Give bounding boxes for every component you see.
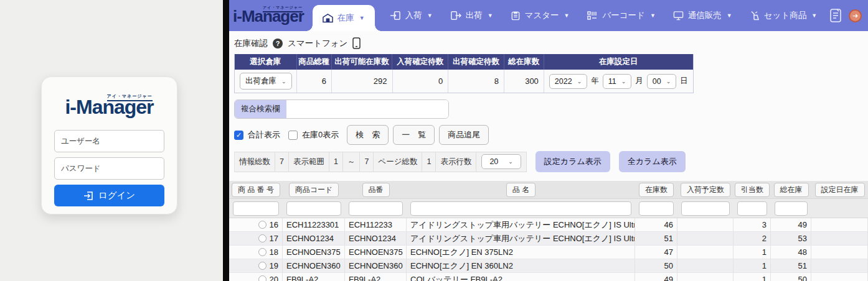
password-field[interactable]	[54, 157, 164, 180]
nav-tab-label: セット商品	[764, 10, 806, 21]
column-filter-input[interactable]	[349, 201, 403, 216]
zero-stock-checkbox[interactable]	[288, 131, 298, 140]
memo-icon[interactable]	[829, 8, 842, 23]
cell-allocated: 1	[734, 259, 771, 272]
row-radio[interactable]	[258, 234, 267, 242]
column-filter-input[interactable]	[737, 201, 767, 216]
column-header-chip[interactable]: 商 品 番 号	[232, 183, 280, 197]
cell-no: 20	[229, 273, 283, 281]
month-select[interactable]: 11 ⌄	[603, 74, 632, 89]
row-radio[interactable]	[258, 248, 267, 256]
column-header-chip[interactable]: 商品コード	[289, 183, 339, 197]
smartphone-icon[interactable]	[352, 37, 361, 49]
nav-tab-2[interactable]: 出荷▼	[441, 0, 502, 31]
compound-search: 複合検索欄	[234, 99, 449, 119]
nav-tab-label: マスター	[525, 10, 559, 21]
clipboard-icon	[511, 11, 521, 21]
column-header-chip[interactable]: 在庫数	[639, 183, 674, 197]
cell-stock: 50	[635, 259, 677, 272]
all-columns-button[interactable]: 全カラム表示	[619, 151, 686, 172]
help-icon[interactable]: ?	[273, 39, 283, 48]
chevron-down-icon: ⌄	[621, 78, 626, 85]
warehouse-select[interactable]: 出荷倉庫 ⌄	[240, 73, 292, 90]
column-filter-4	[635, 201, 677, 216]
column-header-chip[interactable]: 品番	[362, 183, 390, 197]
cell-total: 51	[771, 259, 811, 272]
column-filter-input[interactable]	[681, 201, 730, 216]
table-filter-row	[229, 199, 868, 218]
monitor-icon	[673, 11, 684, 21]
table-row[interactable]: 18ECHNOEN375ECHNOEN375ECHNO[エクノ] EN 375L…	[229, 246, 868, 259]
nav-tab-5[interactable]: 通信販売▼	[664, 0, 741, 31]
navbar-logo[interactable]: アイ・マネージャー i-Manager	[233, 7, 304, 26]
nav-tab-3[interactable]: マスター▼	[502, 0, 578, 31]
cell-allocated: 1	[734, 273, 771, 281]
product-track-button[interactable]: 商品追尾	[439, 125, 489, 145]
table-row[interactable]: 20FB9L-A2FB9L-A2COLバッテリー FB9L-A249150	[229, 273, 868, 281]
cell-no: 17	[229, 232, 283, 245]
cell-set_date	[811, 232, 868, 245]
cell-stock: 51	[635, 232, 677, 245]
logo-ruby-text: アイ・マネージャー	[107, 93, 153, 101]
column-header-chip[interactable]: 引当数	[735, 183, 770, 197]
column-header-chip[interactable]: 品 名	[506, 183, 535, 197]
navbar: アイ・マネージャー i-Manager 在庫▼入荷▼出荷▼マスター▼バーコード▼…	[229, 0, 868, 31]
search-button[interactable]: 検 索	[347, 125, 389, 145]
outbound-icon	[450, 11, 461, 21]
table-row[interactable]: 16ECH11223301ECH112233アイドリングストップ車用バッテリー …	[229, 218, 868, 232]
column-filter-7	[771, 201, 811, 216]
total-display-checkbox[interactable]: ✓	[234, 131, 243, 140]
table-row[interactable]: 17ECHNO1234ECHNO1234アイドリングストップ車用バッテリー EC…	[229, 232, 868, 246]
nav-tab-1[interactable]: 入荷▼	[381, 0, 441, 31]
cell-code: ECHNOEN375	[283, 246, 345, 259]
cell-set_date	[811, 246, 868, 259]
table-row[interactable]: 19ECHNOEN360ECHNOEN360ECHNO[エクノ] EN 360L…	[229, 259, 868, 273]
column-filter-input[interactable]	[775, 201, 808, 216]
column-filter-input[interactable]	[410, 201, 631, 216]
total-display-label: 合計表示	[248, 129, 280, 140]
cell-no: 19	[229, 259, 283, 272]
chevron-down-icon: ⌄	[281, 78, 286, 85]
cell-set_date	[811, 273, 868, 281]
column-filter-6	[734, 201, 771, 216]
cell-name: アイドリングストップ車用バッテリー ECHNO[エクノ] IS UltraBat…	[407, 218, 635, 231]
set-columns-button[interactable]: 設定カラム表示	[535, 151, 610, 172]
rows-per-page-select[interactable]: 20 ⌄	[481, 154, 521, 169]
row-radio[interactable]	[258, 262, 267, 270]
summary-header-inbound: 入荷確定待数	[392, 54, 448, 70]
nav-tab-4[interactable]: バーコード▼	[578, 0, 664, 31]
year-select[interactable]: 2022 ⌄	[549, 74, 587, 89]
nav-tab-label: 在庫	[337, 12, 354, 24]
username-field[interactable]	[54, 130, 164, 152]
list-button[interactable]: 一 覧	[393, 125, 435, 145]
column-filter-input[interactable]	[286, 201, 341, 216]
chevron-down-icon: ▼	[488, 12, 493, 19]
chevron-down-icon: ▼	[727, 12, 732, 19]
barcode-scanner-icon	[587, 11, 598, 21]
day-select[interactable]: 00 ⌄	[647, 74, 676, 89]
nav-tab-6[interactable]: セット商品▼	[741, 0, 826, 31]
column-header-chip[interactable]: 入荷予定数	[681, 183, 730, 197]
row-radio[interactable]	[258, 221, 267, 229]
column-header-chip[interactable]: 総在庫	[774, 183, 809, 197]
login-button-label: ログイン	[98, 190, 135, 201]
pages-value: 1	[422, 152, 436, 172]
column-filter-0	[229, 201, 283, 216]
chevron-down-icon: ▼	[359, 15, 365, 21]
nav-tab-zaiko[interactable]: 在庫▼	[313, 5, 375, 31]
column-header-chip[interactable]: 設定日在庫	[815, 183, 865, 197]
logout-icon[interactable]: ➜	[849, 9, 862, 22]
i-manager-logo: アイ・マネージャー i-Manager	[65, 96, 153, 119]
login-button[interactable]: ログイン	[54, 185, 164, 206]
row-radio[interactable]	[258, 275, 267, 281]
warehouse-icon	[323, 13, 333, 23]
month-unit-label: 月	[635, 76, 643, 86]
column-header-8: 設定日在庫	[811, 183, 868, 197]
column-filter-input[interactable]	[233, 201, 279, 216]
summary-value-kinds: 6	[297, 70, 332, 93]
day-unit-label: 日	[680, 76, 688, 86]
compound-search-input[interactable]	[286, 100, 449, 118]
column-filter-input[interactable]	[639, 201, 674, 216]
range-tilde: ～	[343, 152, 361, 172]
login-arrow-icon	[83, 191, 93, 200]
